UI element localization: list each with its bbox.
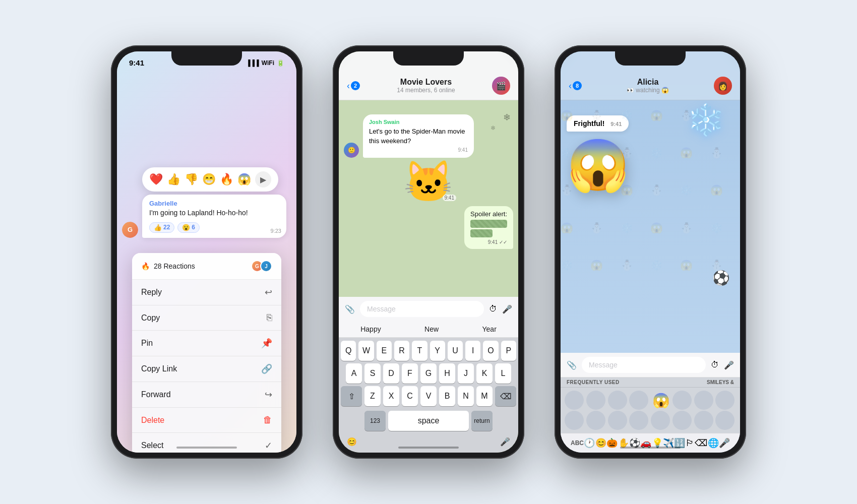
key-q[interactable]: Q [341, 341, 356, 361]
key-n[interactable]: N [458, 386, 474, 406]
key-m[interactable]: M [476, 386, 493, 406]
react-more-button[interactable]: ▶ [255, 171, 271, 187]
mic-icon-2[interactable]: 🎤 [502, 304, 512, 314]
emoji-placeholder-4 [629, 391, 648, 410]
group-avatar-2[interactable]: 🎬 [492, 77, 510, 95]
key-h[interactable]: H [439, 363, 455, 384]
key-p[interactable]: P [501, 341, 516, 361]
key-return[interactable]: return [471, 411, 493, 431]
reaction-picker-bar[interactable]: ❤️ 👍 👎 😁 🔥 😱 ▶ [142, 167, 278, 192]
key-123[interactable]: 123 [364, 411, 386, 431]
message-reactions: 👍 22 😮 6 [149, 222, 279, 233]
key-o[interactable]: O [483, 341, 498, 361]
ctx-pin[interactable]: Pin 📌 [132, 331, 281, 356]
ctx-select[interactable]: Select ✓ [132, 433, 281, 453]
smiley-emoji-cat[interactable]: 😊 [595, 437, 606, 449]
spoiler-time: 9:41 ✓✓ [470, 239, 507, 245]
ctx-reply-label: Reply [141, 288, 162, 297]
context-menu: 🔥 28 Reactions G J Reply ↩ Copy ⎘ Pin 📌 [132, 253, 281, 453]
key-e[interactable]: E [377, 341, 392, 361]
ctx-copy[interactable]: Copy ⎘ [132, 305, 281, 331]
key-i[interactable]: I [465, 341, 480, 361]
message-text: I'm going to Lapland! Ho-ho-ho! [149, 208, 279, 218]
react-fire[interactable]: 🔥 [220, 173, 233, 186]
pin-icon: 📌 [261, 338, 272, 349]
react-thumbsup[interactable]: 👍 [167, 173, 180, 186]
clock-emoji-cat[interactable]: 🕐 [584, 437, 595, 449]
message-input-3[interactable]: Message [582, 357, 706, 373]
react-grin[interactable]: 😁 [202, 173, 216, 186]
ctx-forward[interactable]: Forward ↪ [132, 382, 281, 408]
ctx-reply[interactable]: Reply ↩ [132, 280, 281, 305]
key-y[interactable]: Y [430, 341, 445, 361]
key-s[interactable]: S [364, 363, 381, 384]
key-k[interactable]: K [476, 363, 493, 384]
reply-icon: ↩ [265, 287, 272, 298]
key-row-1: Q W E R T Y U I O P [341, 341, 516, 361]
phone-2: ‹ 2 Movie Lovers 14 members, 6 online 🎬 … [333, 45, 524, 459]
emoji-placeholder-9 [586, 411, 605, 430]
key-w[interactable]: W [358, 341, 374, 361]
key-delete[interactable]: ⌫ [495, 386, 516, 406]
key-a[interactable]: A [346, 363, 362, 384]
mic-icon-3[interactable]: 🎤 [724, 360, 734, 370]
react-thumbsdown[interactable]: 👎 [185, 173, 198, 186]
emoji-placeholder-6 [694, 391, 713, 410]
chat-title-area-2: Movie Lovers 14 members, 6 online [365, 78, 487, 94]
key-c[interactable]: C [402, 386, 418, 406]
predict-1[interactable]: Happy [360, 325, 381, 333]
frightful-row: Frightful! 9:41 [567, 115, 734, 132]
reaction-shocked[interactable]: 😮 6 [177, 222, 200, 233]
attach-icon-2[interactable]: 📎 [345, 304, 355, 314]
key-v[interactable]: V [420, 386, 437, 406]
ctx-copylink[interactable]: Copy Link 🔗 [132, 356, 281, 382]
back-badge-3: 8 [573, 81, 582, 90]
frightful-text: Frightful! [574, 119, 604, 128]
emoji-shocked-grid[interactable]: 😱 [651, 391, 671, 410]
frightful-bubble: Frightful! 9:41 [567, 115, 629, 132]
message-input-2[interactable]: Message [360, 301, 484, 317]
key-r[interactable]: R [394, 341, 409, 361]
key-f[interactable]: F [402, 363, 418, 384]
key-z[interactable]: Z [364, 386, 381, 406]
key-g[interactable]: G [420, 363, 437, 384]
key-l[interactable]: L [495, 363, 511, 384]
alicia-avatar[interactable]: 👩 [714, 77, 732, 95]
globe-icon[interactable]: 🌐 [708, 437, 719, 449]
home-indicator-2 [398, 447, 459, 449]
reaction-thumbsup[interactable]: 👍 22 [149, 222, 174, 233]
key-b[interactable]: B [439, 386, 455, 406]
back-button-2[interactable]: ‹ 2 [347, 81, 360, 91]
predict-3[interactable]: Year [482, 325, 497, 333]
back-button-3[interactable]: ‹ 8 [569, 81, 582, 91]
kb-delete-icon[interactable]: ⌫ [695, 437, 707, 449]
key-space[interactable]: space [388, 411, 469, 431]
predictive-bar: Happy New Year [339, 321, 518, 338]
reactions-row[interactable]: 🔥 28 Reactions G J [132, 253, 281, 280]
timer-icon[interactable]: ⏱ [489, 304, 497, 313]
pumpkin-emoji-cat[interactable]: 🎃 [606, 437, 618, 449]
react-shocked[interactable]: 😱 [237, 173, 251, 186]
react-heart[interactable]: ❤️ [149, 173, 163, 186]
mic-emoji-icon[interactable]: 🎤 [719, 437, 730, 449]
attach-icon-3[interactable]: 📎 [567, 360, 577, 370]
emoji-placeholder-7 [715, 391, 734, 410]
key-t[interactable]: T [412, 341, 427, 361]
abc-button[interactable]: ABC [571, 439, 584, 447]
flags-emoji-cat[interactable]: 🏳 [686, 438, 695, 449]
emoji-kb-icon[interactable]: 😊 [347, 437, 357, 447]
keyboard-container: 📎 Message ⏱ 🎤 Happy New Year Q W E R [339, 297, 518, 453]
key-x[interactable]: X [383, 386, 399, 406]
spoiler-label: Spoiler alert: [470, 210, 507, 218]
key-u[interactable]: U [448, 341, 463, 361]
chat-title-3: Alicia [587, 78, 709, 87]
emoji-category-labels: FREQUENTLY USED SMILEYS & [561, 377, 740, 388]
mic-kb-icon[interactable]: 🎤 [500, 437, 510, 447]
key-d[interactable]: D [383, 363, 399, 384]
ctx-delete[interactable]: Delete 🗑 [132, 408, 281, 433]
predict-2[interactable]: New [424, 325, 439, 333]
key-shift[interactable]: ⇧ [341, 386, 362, 406]
timer-icon-3[interactable]: ⏱ [711, 360, 719, 369]
key-j[interactable]: J [458, 363, 474, 384]
emoji-placeholder-2 [586, 391, 605, 410]
